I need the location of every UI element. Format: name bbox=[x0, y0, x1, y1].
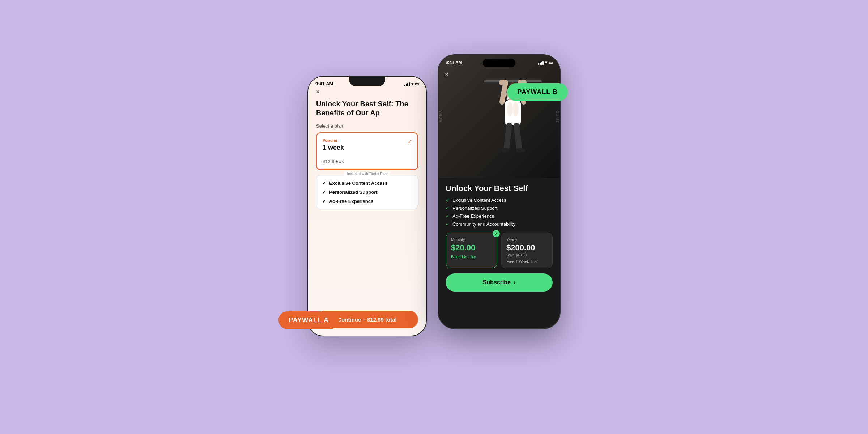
monthly-card[interactable]: ✓ Monthly $20.00 Billed Monthly bbox=[446, 233, 497, 268]
b-check-3: ✓ bbox=[446, 213, 450, 219]
svg-point-13 bbox=[501, 148, 510, 153]
yearly-save: Save $40.00 bbox=[506, 253, 547, 257]
b-feature-1: ✓ Exclusive Content Access bbox=[446, 197, 553, 203]
feature-item-3: ✓ Ad-Free Experience bbox=[322, 199, 412, 204]
close-button-b[interactable]: × bbox=[445, 72, 448, 78]
paywall-a-title: Unlock Your Best Self: The Benefits of O… bbox=[316, 99, 418, 118]
svg-point-9 bbox=[507, 102, 513, 116]
subscribe-button[interactable]: Subscribe › bbox=[446, 273, 553, 292]
b-feature-2: ✓ Personalized Support bbox=[446, 205, 553, 211]
scene: 9:41 AM ▾ ▭ × Unlock Your Best Self: The… bbox=[307, 54, 561, 380]
svg-line-12 bbox=[516, 125, 519, 149]
paywall-b-title: Unlock Your Best Self bbox=[446, 184, 553, 193]
b-feature-label-1: Exclusive Content Access bbox=[452, 197, 506, 203]
close-button-a[interactable]: × bbox=[316, 89, 418, 95]
included-section: Included with Tinder Plus ✓ Exclusive Co… bbox=[316, 175, 418, 209]
included-label: Included with Tinder Plus bbox=[344, 172, 390, 176]
gym-text-right: JREX bbox=[556, 110, 560, 123]
svg-point-14 bbox=[516, 148, 525, 153]
paywall-b-label: PAYWALL B bbox=[507, 83, 568, 101]
pricing-row: ✓ Monthly $20.00 Billed Monthly Yearly $… bbox=[446, 233, 553, 268]
phone-b-content: Unlock Your Best Self ✓ Exclusive Conten… bbox=[438, 184, 560, 292]
feature-label-1: Exclusive Content Access bbox=[329, 180, 387, 186]
svg-rect-6 bbox=[505, 100, 521, 125]
b-feature-label-4: Community and Accountability bbox=[452, 221, 515, 227]
battery-icon-a: ▭ bbox=[415, 81, 419, 86]
svg-rect-0 bbox=[484, 80, 542, 82]
svg-line-1 bbox=[502, 82, 506, 102]
b-feature-4: ✓ Community and Accountability bbox=[446, 221, 553, 227]
paywall-a-label: PAYWALL A bbox=[278, 311, 339, 329]
phone-b-hero: VRJE JREX × 9:41 AM ▾ ▭ bbox=[438, 55, 560, 178]
subscribe-label: Subscribe bbox=[483, 279, 511, 286]
check-icon-1: ✓ bbox=[322, 180, 326, 186]
phone-a-content: × Unlock Your Best Self: The Benefits of… bbox=[308, 89, 426, 336]
gym-text-left: VRJE bbox=[438, 110, 442, 123]
notch-a bbox=[349, 77, 385, 86]
b-feature-label-3: Ad-Free Experience bbox=[452, 213, 494, 219]
yearly-trial: Free 1 Week Trial bbox=[506, 259, 547, 264]
time-b: 9:41 AM bbox=[446, 60, 462, 65]
b-check-4: ✓ bbox=[446, 221, 450, 227]
monthly-billing: Billed Monthly bbox=[451, 255, 492, 259]
svg-line-11 bbox=[506, 125, 509, 149]
b-feature-3: ✓ Ad-Free Experience bbox=[446, 213, 553, 219]
plan-checkmark: ✓ bbox=[408, 138, 412, 145]
popular-badge: Popular bbox=[323, 138, 412, 142]
status-icons-b: ▾ ▭ bbox=[538, 60, 553, 65]
battery-icon-b: ▭ bbox=[549, 60, 553, 65]
b-check-2: ✓ bbox=[446, 205, 450, 211]
feature-item-2: ✓ Personalized Support bbox=[322, 190, 412, 195]
monthly-period: Monthly bbox=[451, 237, 492, 242]
check-icon-2: ✓ bbox=[322, 190, 326, 195]
plan-name: 1 week bbox=[323, 144, 412, 152]
b-check-1: ✓ bbox=[446, 197, 450, 203]
wifi-icon-b: ▾ bbox=[545, 60, 547, 65]
monthly-selected-check: ✓ bbox=[493, 230, 500, 237]
b-feature-label-2: Personalized Support bbox=[452, 205, 497, 211]
yearly-card[interactable]: Yearly $200.00 Save $40.00 Free 1 Week T… bbox=[501, 233, 553, 268]
wifi-icon-a: ▾ bbox=[411, 81, 413, 86]
monthly-amount: $20.00 bbox=[451, 243, 492, 252]
plan-card-1week[interactable]: Popular 1 week ✓ $12.99/wk bbox=[316, 132, 418, 170]
svg-point-10 bbox=[513, 102, 519, 116]
dynamic-island bbox=[483, 59, 515, 67]
feature-label-2: Personalized Support bbox=[329, 190, 378, 195]
status-icons-a: ▾ ▭ bbox=[404, 81, 419, 86]
check-icon-3: ✓ bbox=[322, 199, 326, 204]
time-a: 9:41 AM bbox=[315, 81, 333, 86]
select-plan-label: Select a plan bbox=[316, 123, 418, 129]
signal-icon-a bbox=[404, 82, 410, 86]
subscribe-arrow: › bbox=[514, 279, 515, 286]
feature-item-1: ✓ Exclusive Content Access bbox=[322, 180, 412, 186]
plan-price: $12.99/wk bbox=[323, 159, 412, 164]
svg-point-15 bbox=[499, 80, 505, 85]
phone-a: 9:41 AM ▾ ▭ × Unlock Your Best Self: The… bbox=[307, 76, 427, 336]
feature-label-3: Ad-Free Experience bbox=[329, 199, 373, 204]
yearly-amount: $200.00 bbox=[506, 243, 547, 252]
yearly-period: Yearly bbox=[506, 237, 547, 242]
signal-icon-b bbox=[538, 60, 544, 65]
